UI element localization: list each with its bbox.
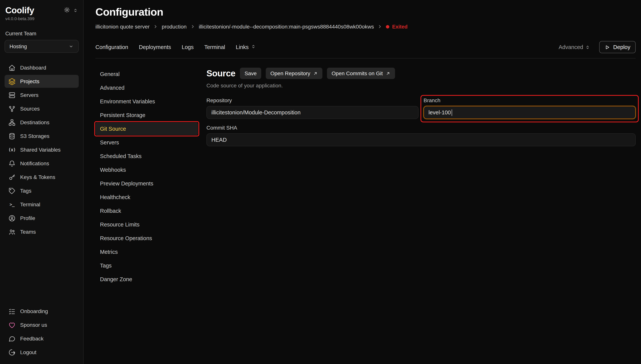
subnav-item-metrics[interactable]: Metrics	[96, 246, 198, 258]
tab-logs[interactable]: Logs	[182, 44, 194, 50]
external-link-icon	[385, 71, 390, 76]
open-commits-button[interactable]: Open Commits on Git	[327, 68, 395, 79]
sidebar-item-servers[interactable]: Servers	[5, 88, 79, 102]
sidebar: Coolify v4.0.0-beta.399 Current Team Hos…	[0, 0, 84, 364]
subnav-item-preview-deployments[interactable]: Preview Deployments	[96, 177, 198, 190]
section-title: Source	[206, 68, 235, 78]
users-icon	[8, 228, 16, 236]
tab-terminal[interactable]: Terminal	[204, 44, 225, 50]
page-title: Configuration	[96, 6, 636, 18]
layers-icon	[8, 78, 16, 85]
sidebar-item-feedback[interactable]: Feedback	[5, 332, 79, 345]
subnav-item-environment-variables[interactable]: Environment Variables	[96, 95, 198, 108]
sidebar-item-sponsor[interactable]: Sponsor us	[5, 318, 79, 331]
chevron-right-icon	[153, 24, 158, 29]
sidebar-item-label: Tags	[20, 188, 31, 194]
chevrons-up-down-icon	[251, 44, 256, 50]
subnav-item-tags[interactable]: Tags	[96, 259, 198, 272]
sidebar-item-label: Notifications	[20, 160, 49, 166]
commit-sha-input[interactable]	[206, 133, 636, 146]
heart-icon	[8, 321, 16, 328]
subnav-item-general[interactable]: General	[96, 68, 198, 80]
branch-input[interactable]: level-100	[423, 106, 636, 119]
chat-icon	[8, 335, 16, 342]
section-description: Code source of your application.	[206, 82, 636, 88]
tab-configuration[interactable]: Configuration	[96, 44, 128, 50]
sidebar-item-keys-tokens[interactable]: Keys & Tokens	[5, 170, 79, 184]
branch-label: Branch	[423, 97, 636, 103]
sidebar-item-label: Sponsor us	[20, 322, 47, 328]
subnav-item-advanced[interactable]: Advanced	[96, 81, 198, 94]
tab-deployments[interactable]: Deployments	[139, 44, 171, 50]
advanced-toggle[interactable]: Advanced	[559, 44, 590, 50]
open-repository-button[interactable]: Open Repository	[266, 68, 322, 79]
deploy-button[interactable]: Deploy	[599, 41, 636, 53]
source-form: Repository Branch level-100 Commit SHA	[206, 97, 636, 146]
sidebar-item-dashboard[interactable]: Dashboard	[5, 61, 79, 74]
sidebar-item-label: S3 Storages	[20, 133, 50, 139]
tabs-row: Configuration Deployments Logs Terminal …	[96, 41, 636, 53]
sidebar-item-sources[interactable]: Sources	[5, 102, 79, 115]
sidebar-item-label: Logout	[20, 349, 37, 355]
sidebar-item-s3-storages[interactable]: S3 Storages	[5, 130, 79, 142]
bell-icon	[8, 160, 16, 167]
sidebar-item-teams[interactable]: Teams	[5, 225, 79, 238]
chevrons-up-down-icon[interactable]	[73, 8, 78, 12]
subnav-item-git-source[interactable]: Git Source	[96, 122, 198, 135]
variables-icon: (x)	[8, 146, 16, 153]
sidebar-item-shared-variables[interactable]: (x) Shared Variables	[5, 143, 79, 156]
sidebar-item-label: Sources	[20, 106, 40, 112]
theme-sun-icon[interactable]	[64, 7, 70, 13]
branch-field: Branch level-100	[423, 97, 636, 119]
sidebar-item-terminal[interactable]: >_ Terminal	[5, 198, 79, 211]
home-icon	[8, 64, 16, 71]
tabs-divider	[96, 58, 636, 58]
app-logo: Coolify	[5, 5, 34, 16]
sidebar-nav: Dashboard Projects Servers Sources Desti…	[5, 61, 79, 239]
subnav-item-resource-operations[interactable]: Resource Operations	[96, 232, 198, 245]
chevrons-up-down-icon	[585, 45, 590, 50]
sidebar-item-notifications[interactable]: Notifications	[5, 157, 79, 170]
subnav-item-webhooks[interactable]: Webhooks	[96, 164, 198, 176]
subnav-item-resource-limits[interactable]: Resource Limits	[96, 218, 198, 231]
sidebar-item-tags[interactable]: Tags	[5, 184, 79, 197]
subnav-item-persistent-storage[interactable]: Persistent Storage	[96, 109, 198, 122]
sidebar-item-label: Terminal	[20, 202, 40, 208]
sidebar-item-onboarding[interactable]: Onboarding	[5, 305, 79, 318]
commit-sha-label: Commit SHA	[206, 125, 636, 131]
subnav-item-servers[interactable]: Servers	[96, 136, 198, 149]
save-button[interactable]: Save	[240, 68, 261, 79]
subnav-item-healthcheck[interactable]: Healthcheck	[96, 191, 198, 204]
commit-sha-field: Commit SHA	[206, 125, 636, 146]
breadcrumb-environment[interactable]: production	[162, 24, 187, 30]
sidebar-footer-nav: Onboarding Sponsor us Feedback Logout	[5, 305, 79, 360]
current-team-label: Current Team	[5, 31, 78, 36]
breadcrumb-project[interactable]: illicitonion quote server	[96, 24, 150, 30]
repository-input[interactable]	[206, 106, 419, 119]
database-icon	[8, 132, 16, 140]
sidebar-item-projects[interactable]: Projects	[5, 75, 79, 88]
sidebar-item-destinations[interactable]: Destinations	[5, 116, 79, 129]
sidebar-item-profile[interactable]: Profile	[5, 212, 79, 224]
sidebar-item-label: Profile	[20, 215, 35, 221]
subnav-item-scheduled-tasks[interactable]: Scheduled Tasks	[96, 150, 198, 162]
app-version: v4.0.0-beta.399	[5, 16, 78, 21]
breadcrumb-resource[interactable]: illicitestonion/-module--decomposition:m…	[199, 24, 374, 30]
git-icon	[8, 105, 16, 112]
source-section: Source Save Open Repository Open Commits…	[206, 68, 636, 286]
tab-links[interactable]: Links	[236, 44, 256, 50]
sidebar-item-label: Projects	[20, 78, 39, 84]
subnav-item-danger-zone[interactable]: Danger Zone	[96, 273, 198, 286]
config-subnav: General Advanced Environment Variables P…	[96, 68, 198, 286]
team-select[interactable]: Hosting	[5, 40, 79, 53]
sidebar-item-label: Onboarding	[20, 308, 48, 314]
server-icon	[8, 92, 16, 98]
status-text: Exited	[392, 24, 408, 30]
chevron-down-icon	[69, 44, 74, 49]
repository-field: Repository	[206, 97, 419, 119]
sidebar-item-label: Dashboard	[20, 64, 46, 71]
branch-input-value: level-100	[428, 110, 451, 116]
subnav-item-rollback[interactable]: Rollback	[96, 204, 198, 217]
sidebar-item-logout[interactable]: Logout	[5, 346, 79, 359]
text-caret	[452, 109, 452, 116]
